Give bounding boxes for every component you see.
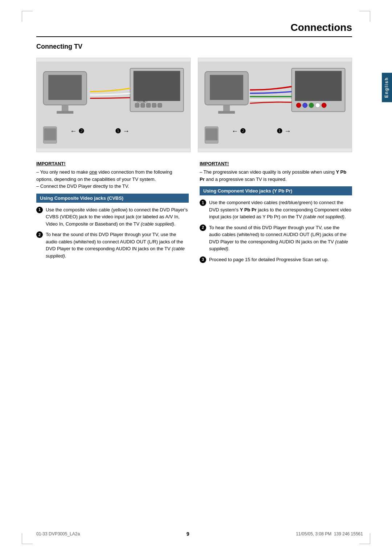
svg-rect-33 [205, 128, 217, 140]
svg-rect-22 [218, 111, 235, 114]
list-text-2: To hear the sound of this DVD Player thr… [46, 231, 189, 259]
list-item: 2 To hear the sound of this DVD Player t… [200, 224, 352, 252]
right-list-text-1: Use the component video cables (red/blue… [209, 199, 352, 220]
right-list-num-3: 3 [200, 256, 206, 263]
list-item: 1 Use the composite video cable (yellow)… [36, 206, 189, 228]
footer-right: 11/05/05, 3:08 PM 139 246 15561 [296, 531, 363, 536]
svg-rect-6 [134, 71, 180, 101]
svg-rect-9 [147, 103, 151, 107]
english-tab: English [382, 73, 392, 102]
content-row: IMPORTANT! – You only need to make one v… [36, 161, 352, 267]
right-important-text: – The progressive scan video quality is … [200, 169, 352, 183]
page: English Connections Connecting TV [0, 0, 392, 555]
right-list: 1 Use the component video cables (red/bl… [200, 199, 352, 263]
corner-mark-tl [22, 11, 33, 22]
left-sub-header: Using Composite Video jacks (CVBS) [36, 194, 189, 203]
right-list-text-2: To hear the sound of this DVD Player thr… [209, 224, 352, 252]
left-list: 1 Use the composite video cable (yellow)… [36, 206, 189, 260]
svg-rect-10 [152, 103, 156, 107]
right-content-col: IMPORTANT! – The progressive scan video … [200, 161, 352, 267]
footer: 01-33 DVP3005_LA2a 9 11/05/05, 3:08 PM 1… [36, 531, 363, 537]
list-num-2: 2 [36, 231, 43, 238]
list-num-1: 1 [36, 207, 43, 213]
svg-rect-17 [44, 128, 56, 140]
right-list-num-1: 1 [200, 199, 206, 206]
svg-text:❶ →: ❶ → [277, 127, 291, 135]
section-title: Connecting TV [36, 43, 363, 50]
left-important-text: – You only need to make one video connec… [36, 169, 189, 190]
left-important-label: IMPORTANT! [36, 161, 189, 166]
svg-rect-11 [158, 103, 162, 107]
right-list-text-3: Proceed to page 15 for detailed Progress… [209, 256, 352, 263]
svg-rect-20 [210, 75, 243, 100]
svg-point-27 [309, 103, 314, 108]
page-title: Connections [36, 22, 352, 37]
svg-text:OUT: OUT [143, 100, 148, 103]
corner-mark-bl [22, 533, 33, 544]
list-text-1: Use the composite video cable (yellow) t… [46, 206, 189, 228]
svg-rect-7 [135, 103, 139, 107]
svg-rect-8 [141, 103, 145, 107]
left-important-line2: – Connect the DVD Player directly to the… [36, 183, 129, 189]
svg-text:← ❷: ← ❷ [70, 127, 84, 135]
svg-point-25 [296, 103, 301, 108]
left-content-col: IMPORTANT! – You only need to make one v… [36, 161, 189, 267]
svg-rect-24 [295, 71, 342, 101]
footer-left: 01-33 DVP3005_LA2a [36, 531, 80, 536]
svg-text:← ❷: ← ❷ [232, 127, 246, 135]
right-list-num-2: 2 [200, 224, 206, 231]
list-item: 1 Use the component video cables (red/bl… [200, 199, 352, 220]
svg-point-26 [303, 103, 307, 108]
svg-rect-3 [62, 105, 68, 112]
right-important-line1: – The progressive scan video quality is … [200, 169, 346, 182]
svg-point-29 [322, 103, 326, 108]
left-important-line1: – You only need to make one video connec… [36, 169, 172, 182]
svg-rect-21 [223, 105, 230, 112]
diagram-left: DIGITAL OUT ← ❷ ❶ → [36, 58, 191, 152]
svg-point-28 [315, 103, 320, 108]
diagram-right: ← ❷ ❶ → [198, 58, 352, 152]
svg-rect-4 [57, 111, 73, 114]
list-item: 3 Proceed to page 15 for detailed Progre… [200, 256, 352, 263]
right-sub-header: Using Component Video jacks (Y Pb Pr) [200, 186, 352, 195]
corner-mark-tr [359, 11, 370, 22]
list-item: 2 To hear the sound of this DVD Player t… [36, 231, 189, 259]
svg-text:❶ →: ❶ → [115, 127, 129, 135]
right-important-label: IMPORTANT! [200, 161, 352, 166]
footer-page-number: 9 [187, 531, 189, 537]
diagrams-row: DIGITAL OUT ← ❷ ❶ → [36, 58, 352, 152]
svg-rect-2 [48, 75, 82, 100]
